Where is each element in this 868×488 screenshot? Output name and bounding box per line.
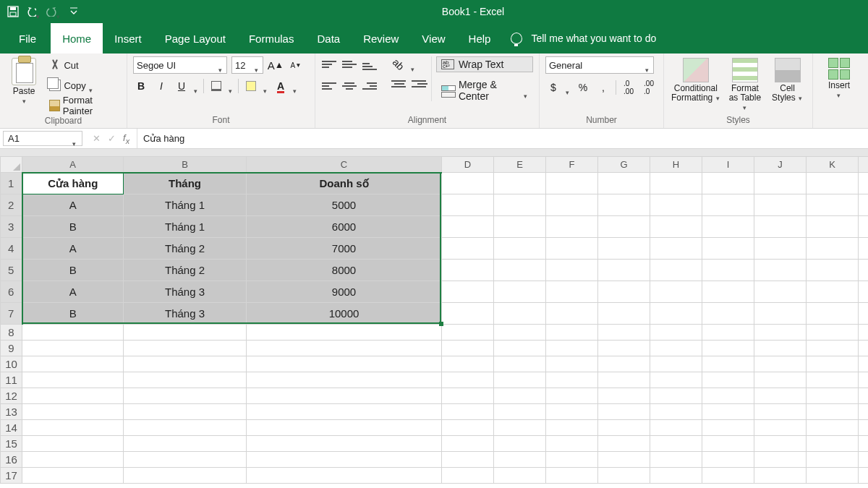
selection-handle[interactable] (439, 322, 443, 326)
undo-icon[interactable] (26, 4, 41, 19)
comma-button[interactable]: , (595, 80, 611, 95)
cell-C7[interactable]: 10000 (247, 303, 442, 325)
col-header-G[interactable]: G (598, 157, 650, 173)
cell-J1[interactable] (754, 173, 807, 194)
row-header-2[interactable]: 2 (1, 194, 22, 216)
increase-font-button[interactable]: A▲ (268, 57, 284, 73)
decrease-indent-button[interactable] (391, 78, 407, 94)
borders-button[interactable] (208, 78, 224, 94)
cell-C5[interactable]: 8000 (247, 260, 442, 281)
underline-button[interactable]: U (174, 78, 190, 94)
row-header-13[interactable]: 13 (1, 404, 22, 420)
redo-icon[interactable] (46, 4, 61, 19)
col-header-E[interactable]: E (494, 157, 546, 173)
cell-B7[interactable]: Tháng 3 (124, 303, 247, 325)
cell-D2[interactable] (442, 194, 494, 216)
bottom-align-button[interactable] (362, 56, 378, 72)
cell-H1[interactable] (650, 173, 702, 194)
row-header-1[interactable]: 1 (1, 173, 22, 194)
cell-A1[interactable]: Cửa hàng (22, 173, 124, 194)
tab-formulas[interactable]: Formulas (237, 23, 306, 53)
paste-more-icon[interactable] (22, 96, 27, 99)
tab-review[interactable]: Review (352, 23, 410, 53)
cell-B1[interactable]: Tháng (124, 173, 247, 194)
tab-home[interactable]: Home (51, 23, 103, 53)
font-size-combo[interactable]: 12 (231, 56, 263, 74)
col-header-K[interactable]: K (807, 157, 859, 173)
paste-button[interactable]: Paste (6, 56, 42, 106)
row-header-12[interactable]: 12 (1, 388, 22, 404)
percent-button[interactable]: % (575, 80, 591, 95)
col-header-J[interactable]: J (754, 157, 807, 173)
redo-more-icon[interactable] (56, 10, 61, 13)
wrap-text-button[interactable]: Wrap Text (436, 56, 533, 72)
tab-help[interactable]: Help (457, 23, 503, 53)
top-align-button[interactable] (321, 56, 337, 72)
col-header-I[interactable]: I (702, 157, 754, 173)
row-header-10[interactable]: 10 (1, 356, 22, 372)
cell-G1[interactable] (598, 173, 650, 194)
cell-B6[interactable]: Tháng 3 (124, 281, 247, 303)
cell-K1[interactable] (807, 173, 859, 194)
tab-data[interactable]: Data (305, 23, 352, 53)
font-color-button[interactable]: A (273, 78, 289, 94)
cell-F1[interactable] (546, 173, 598, 194)
fill-more-icon[interactable] (263, 85, 268, 87)
cell-C4[interactable]: 7000 (247, 238, 442, 260)
align-right-button[interactable] (362, 78, 378, 94)
col-header-L[interactable]: L (859, 157, 869, 173)
increase-decimal-button[interactable]: .0.00 (621, 80, 637, 95)
cell-L1[interactable] (859, 173, 869, 194)
cell-styles-button[interactable]: Cell Styles (768, 56, 807, 103)
worksheet-grid[interactable]: A B C D E F G H I J K L 1 Cửa hàng Tháng… (0, 156, 868, 484)
accounting-format-button[interactable]: $ (545, 80, 561, 95)
decrease-font-button[interactable]: A▼ (288, 57, 304, 73)
format-painter-button[interactable]: Format Painter (46, 97, 121, 114)
col-header-D[interactable]: D (442, 157, 494, 173)
row-header-8[interactable]: 8 (1, 325, 22, 341)
tab-view[interactable]: View (410, 23, 456, 53)
row-header-15[interactable]: 15 (1, 436, 22, 452)
col-header-B[interactable]: B (124, 157, 247, 173)
row-header-3[interactable]: 3 (1, 216, 22, 238)
undo-more-icon[interactable] (36, 10, 41, 13)
orientation-more-icon[interactable] (411, 63, 416, 66)
cell-C6[interactable]: 9000 (247, 281, 442, 303)
insert-cells-button[interactable]: Insert (819, 56, 859, 100)
row-header-14[interactable]: 14 (1, 420, 22, 436)
cell-A5[interactable]: B (22, 260, 124, 281)
col-header-A[interactable]: A (22, 157, 124, 173)
accounting-more-icon[interactable] (566, 86, 571, 89)
save-icon[interactable] (6, 4, 20, 19)
cell-E1[interactable] (494, 173, 546, 194)
row-header-17[interactable]: 17 (1, 468, 22, 484)
formula-input[interactable]: Cửa hàng (137, 129, 868, 148)
row-header-6[interactable]: 6 (1, 281, 22, 303)
fill-color-button[interactable] (243, 78, 259, 94)
cell-B5[interactable]: Tháng 2 (124, 260, 247, 281)
cell-C2[interactable]: 5000 (247, 194, 442, 216)
underline-more-icon[interactable] (194, 85, 199, 87)
align-center-button[interactable] (341, 78, 357, 94)
cell-A4[interactable]: A (22, 238, 124, 260)
borders-more-icon[interactable] (229, 85, 234, 87)
merge-center-button[interactable]: Merge & Center (436, 77, 533, 104)
tab-page-layout[interactable]: Page Layout (153, 23, 237, 53)
align-left-button[interactable] (321, 78, 337, 94)
merge-more-icon[interactable] (524, 89, 528, 92)
cancel-formula-icon[interactable]: ✕ (93, 133, 101, 144)
cell-A3[interactable]: B (22, 216, 124, 238)
cell-A6[interactable]: A (22, 281, 124, 303)
col-header-H[interactable]: H (650, 157, 702, 173)
col-header-C[interactable]: C (247, 157, 442, 173)
bold-button[interactable]: B (133, 78, 149, 94)
row-header-5[interactable]: 5 (1, 260, 22, 281)
enter-formula-icon[interactable]: ✓ (108, 133, 116, 144)
conditional-formatting-button[interactable]: Conditional Formatting (670, 56, 722, 103)
cut-button[interactable]: Cut (46, 56, 121, 74)
row-header-7[interactable]: 7 (1, 303, 22, 325)
cell-C3[interactable]: 6000 (247, 216, 442, 238)
increase-indent-button[interactable] (411, 78, 427, 94)
italic-button[interactable]: I (153, 78, 169, 94)
font-name-combo[interactable]: Segoe UI (133, 56, 227, 74)
